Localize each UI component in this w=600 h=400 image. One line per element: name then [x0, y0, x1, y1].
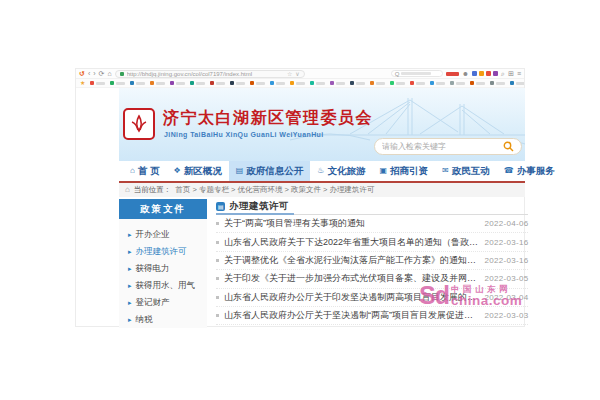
- bullet-icon: [216, 296, 219, 299]
- bookmark-item[interactable]: [110, 81, 125, 85]
- article-title: 关于印发《关于进一步加强分布式光伏项目备案、建设及并网管理的...: [224, 272, 480, 285]
- bookmark-item[interactable]: [90, 81, 105, 85]
- bookmark-item[interactable]: [170, 81, 185, 85]
- bookmark-label: [356, 82, 365, 85]
- map-icon: ❖: [173, 167, 180, 175]
- nav-item-home[interactable]: ⌂ 首 页: [123, 161, 166, 181]
- nav-item-services[interactable]: ☎ 办事服务: [497, 161, 562, 181]
- sidebar-item-property-registration[interactable]: ▸ 登记财产: [128, 294, 207, 311]
- bookmark-label: [336, 82, 345, 85]
- bullet-icon: [216, 241, 219, 244]
- forward-icon[interactable]: ›: [93, 70, 95, 77]
- bookmark-label: [136, 82, 145, 85]
- bookmarks-bar: ★: [76, 79, 524, 88]
- site-title: 济宁太白湖新区管理委员会: [163, 108, 373, 129]
- bookmark-item[interactable]: [450, 81, 465, 85]
- bullet-icon: [216, 259, 219, 262]
- sidebar-item-tax[interactable]: ▸ 纳税: [128, 311, 207, 328]
- article-date: 2022-04-06: [485, 219, 529, 228]
- bookmark-item[interactable]: [210, 81, 225, 85]
- site-header: 济宁太白湖新区管理委员会 JiNing TaiBaiHu XinQu GuanL…: [119, 88, 525, 161]
- arrow-right-icon: ▸: [128, 265, 132, 272]
- bookmark-item[interactable]: [270, 81, 285, 85]
- bookmark-item[interactable]: [470, 81, 485, 85]
- promo-badge: [446, 72, 459, 76]
- article-link[interactable]: 山东省人民政府办公厅关于坚决遏制“两高”项目盲目发展促进能源... 2022-0…: [216, 307, 528, 325]
- home-icon[interactable]: ⌂: [107, 70, 111, 77]
- breadcrumb-home-icon: ⌂: [125, 186, 130, 194]
- nav-label: 招商引资: [390, 165, 428, 178]
- article-title: 山东省人民政府关于下达2022年省重大项目名单的通知（鲁政字...: [224, 236, 480, 249]
- article-list: 关于“两高”项目管理有关事项的通知 2022-04-06 山东省人民政府关于下达…: [216, 215, 528, 325]
- bookmark-item[interactable]: [490, 81, 505, 85]
- nav-item-interaction[interactable]: ✉ 政民互动: [435, 161, 497, 181]
- search-icon[interactable]: [503, 141, 514, 152]
- extension-icon[interactable]: [493, 71, 498, 76]
- arrow-right-icon: ▸: [128, 316, 132, 323]
- bookmark-label: [476, 82, 485, 85]
- favicon-icon: [470, 81, 474, 85]
- nav-item-overview[interactable]: ❖ 新区概况: [166, 161, 228, 181]
- bookmark-star-icon[interactable]: ☆: [287, 70, 292, 77]
- favicon-icon: [450, 81, 454, 85]
- browser-window: ↺ ‹ › ⟳ ⌂ http://bhdjq.jining.gov.cn/col…: [75, 68, 525, 327]
- favicon-icon: [510, 81, 514, 85]
- bookmark-item[interactable]: [190, 81, 205, 85]
- sidebar-item-electricity[interactable]: ▸ 获得电力: [128, 260, 207, 277]
- bookmark-item[interactable]: [410, 81, 425, 85]
- sidebar-item-construction-permit[interactable]: ▸ 办理建筑许可: [128, 243, 207, 260]
- bookmark-item[interactable]: [350, 81, 365, 85]
- bookmark-item[interactable]: [230, 81, 245, 85]
- nav-item-gov-info[interactable]: ▤ 政府信息公开: [229, 161, 311, 181]
- browser-search-box[interactable]: Q: [391, 70, 443, 77]
- bookmark-label: [196, 82, 205, 85]
- find-icon[interactable]: ⌕: [501, 70, 505, 77]
- menu-icon[interactable]: ≡: [517, 70, 521, 77]
- document-icon: ▤: [236, 167, 244, 175]
- sidebar-items: ▸ 开办企业 ▸ 办理建筑许可 ▸ 获得电力: [119, 219, 207, 328]
- bookmark-label: [236, 82, 245, 85]
- content-area: 政策文件 ▸ 开办企业 ▸ 办理建筑许可 ▸: [119, 199, 525, 328]
- bullet-icon: [216, 277, 219, 280]
- profile-icon[interactable]: ☻: [462, 70, 469, 77]
- article-list-panel: ▤ 办理建筑许可 关于“两高”项目管理有关事项的通知 2022-04-06: [216, 199, 528, 328]
- article-link[interactable]: 关于印发《关于进一步加强分布式光伏项目备案、建设及并网管理的... 2022-0…: [216, 270, 528, 288]
- article-title: 关于“两高”项目管理有关事项的通知: [224, 217, 480, 230]
- site-search-input[interactable]: [382, 142, 503, 151]
- bookmark-item[interactable]: [330, 81, 345, 85]
- favorites-star-icon[interactable]: ★: [80, 80, 85, 86]
- sidebar-item-water-gas[interactable]: ▸ 获得用水、用气: [128, 277, 207, 294]
- chevron-down-icon[interactable]: ∨: [295, 70, 299, 77]
- bookmark-item[interactable]: [510, 81, 524, 85]
- bookmark-item[interactable]: [290, 81, 305, 85]
- bookmark-item[interactable]: [430, 81, 445, 85]
- breadcrumb-path[interactable]: 首页 > 专题专栏 > 优化营商环境 > 政策文件 > 办理建筑许可: [175, 185, 374, 195]
- bookmark-item[interactable]: [130, 81, 145, 85]
- arrow-right-icon: ▸: [128, 299, 132, 306]
- nav-item-culture-tourism[interactable]: ♨ 文化旅游: [310, 161, 372, 181]
- briefcase-icon: ▣: [379, 167, 387, 175]
- nav-label: 政民互动: [452, 165, 490, 178]
- extension-icon[interactable]: [479, 71, 484, 76]
- bookmark-item[interactable]: [250, 81, 265, 85]
- bookmark-item[interactable]: [390, 81, 405, 85]
- extension-icon[interactable]: [486, 71, 491, 76]
- nav-item-investment[interactable]: ▣ 招商引资: [372, 161, 435, 181]
- bookmark-item[interactable]: [150, 81, 165, 85]
- article-link[interactable]: 山东省人民政府关于下达2022年省重大项目名单的通知（鲁政字... 2022-0…: [216, 233, 528, 251]
- address-bar[interactable]: http://bhdjq.jining.gov.cn/col/col7197/i…: [115, 70, 305, 78]
- phone-icon: ☎: [504, 167, 514, 175]
- browser-logo-icon[interactable]: ↺: [79, 70, 85, 77]
- apps-grid-icon[interactable]: ⊞: [508, 70, 514, 77]
- article-link[interactable]: 关于调整优化《全省水泥行业淘汰落后产能工作方案》的通知（鲁工... 2022-0…: [216, 252, 528, 270]
- mail-icon: ✉: [442, 167, 449, 175]
- article-date: 2022-03-05: [485, 274, 529, 283]
- reload-icon[interactable]: ⟳: [99, 70, 105, 77]
- bookmark-item[interactable]: [370, 81, 385, 85]
- back-icon[interactable]: ‹: [88, 70, 90, 77]
- bookmark-item[interactable]: [310, 81, 325, 85]
- sidebar-item-start-business[interactable]: ▸ 开办企业: [128, 226, 207, 243]
- article-link[interactable]: 山东省人民政府办公厅关于印发坚决遏制两高项目盲目发展的若干措... 2022-0…: [216, 289, 528, 307]
- article-link[interactable]: 关于“两高”项目管理有关事项的通知 2022-04-06: [216, 215, 528, 233]
- extension-icon[interactable]: [472, 71, 477, 76]
